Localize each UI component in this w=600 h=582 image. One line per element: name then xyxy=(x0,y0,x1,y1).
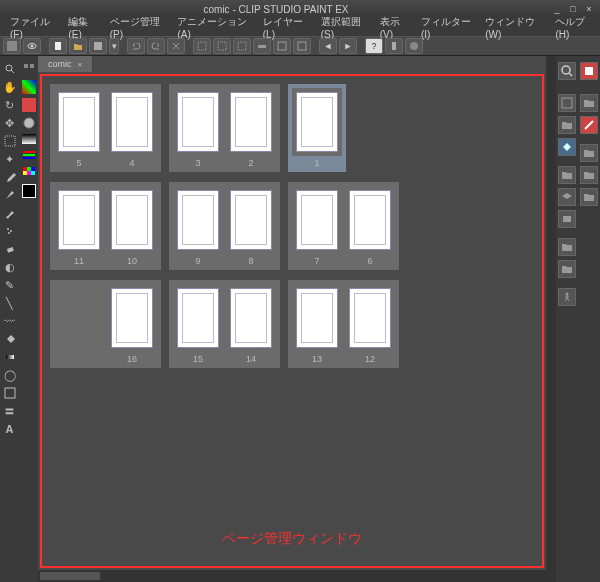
page-thumbnail[interactable]: 12 xyxy=(345,284,395,364)
fill-icon[interactable] xyxy=(2,331,18,347)
page-spread[interactable]: 1312 xyxy=(288,280,399,368)
page-spread[interactable]: 54 xyxy=(50,84,161,172)
color-palette-icon[interactable] xyxy=(22,80,36,94)
page-thumbnail[interactable]: 7 xyxy=(292,186,342,266)
page-thumbnail[interactable]: 2 xyxy=(226,88,276,168)
open-folder-icon[interactable] xyxy=(69,38,87,54)
invert-select-icon[interactable] xyxy=(213,38,231,54)
folder-icon[interactable] xyxy=(558,116,576,134)
folder4-icon[interactable] xyxy=(558,260,576,278)
snap-grid-icon[interactable] xyxy=(293,38,311,54)
quick-access-icon[interactable] xyxy=(21,61,37,77)
page-spread[interactable]: 98 xyxy=(169,182,280,270)
curve-icon[interactable]: 〰 xyxy=(2,313,18,329)
svg-rect-40 xyxy=(585,67,593,75)
undo-icon[interactable] xyxy=(127,38,145,54)
horizontal-scrollbar[interactable] xyxy=(38,570,546,582)
blend-icon[interactable]: ◐ xyxy=(2,259,18,275)
page-thumbnail[interactable]: 1 xyxy=(292,88,342,168)
menu-window[interactable]: ウィンドウ(W) xyxy=(479,13,549,42)
snap-special-icon[interactable] xyxy=(273,38,291,54)
folder-r2-icon[interactable] xyxy=(580,144,598,162)
dropdown-icon[interactable]: ▾ xyxy=(109,38,119,54)
new-file-icon[interactable] xyxy=(49,38,67,54)
color-red-icon[interactable] xyxy=(22,98,36,112)
page-thumbnail[interactable]: 15 xyxy=(173,284,223,364)
zoom-icon[interactable] xyxy=(2,61,18,77)
ruler-icon[interactable]: 〓 xyxy=(2,403,18,419)
page-thumbnail[interactable]: 5 xyxy=(54,88,104,168)
layer-icon[interactable] xyxy=(558,188,576,206)
text-icon[interactable]: A xyxy=(2,421,18,437)
folder-r3-icon[interactable] xyxy=(580,166,598,184)
page-thumbnail[interactable]: 11 xyxy=(54,186,104,266)
fg-bg-color-icon[interactable] xyxy=(22,184,36,198)
history-icon[interactable] xyxy=(580,116,598,134)
gradient-icon[interactable] xyxy=(2,349,18,365)
page-thumbnail[interactable]: 8 xyxy=(226,186,276,266)
folder-r4-icon[interactable] xyxy=(580,188,598,206)
clip-studio-icon[interactable] xyxy=(3,38,21,54)
wand-icon[interactable]: ✦ xyxy=(2,151,18,167)
page-spread[interactable]: 1110 xyxy=(50,182,161,270)
animation-cels-icon[interactable] xyxy=(558,210,576,228)
page-spread[interactable]: 32 xyxy=(169,84,280,172)
show-border-icon[interactable] xyxy=(233,38,251,54)
page-thumbnail[interactable]: 14 xyxy=(226,284,276,364)
document-tab[interactable]: comic × xyxy=(38,56,93,72)
correct-icon[interactable]: ✎ xyxy=(2,277,18,293)
rotate-icon[interactable]: ↻ xyxy=(2,97,18,113)
folder-r1-icon[interactable] xyxy=(580,94,598,112)
page-spread[interactable]: 76 xyxy=(288,182,399,270)
page-thumbnail[interactable]: 4 xyxy=(107,88,157,168)
menu-filter[interactable]: フィルター(I) xyxy=(415,13,479,42)
folder3-icon[interactable] xyxy=(558,238,576,256)
move-icon[interactable]: ✥ xyxy=(2,115,18,131)
frame-icon[interactable] xyxy=(2,385,18,401)
delete-icon[interactable] xyxy=(167,38,185,54)
subview-icon[interactable] xyxy=(558,94,576,112)
page-thumbnail[interactable] xyxy=(54,284,104,364)
airbrush-icon[interactable] xyxy=(2,223,18,239)
line-icon[interactable]: ╲ xyxy=(2,295,18,311)
3d-figure-icon[interactable] xyxy=(558,288,576,306)
balloon-icon[interactable]: ◯ xyxy=(2,367,18,383)
menu-help[interactable]: ヘルプ(H) xyxy=(549,13,600,42)
page-thumbnail[interactable]: 13 xyxy=(292,284,342,364)
page-spread[interactable]: 1 xyxy=(288,84,346,172)
redo-icon[interactable] xyxy=(147,38,165,54)
eraser-icon[interactable] xyxy=(2,241,18,257)
page-thumbnail[interactable]: 9 xyxy=(173,186,223,266)
pen-icon[interactable] xyxy=(2,187,18,203)
next-page-icon[interactable]: ► xyxy=(339,38,357,54)
smartphone-icon[interactable] xyxy=(385,38,403,54)
tab-close-icon[interactable]: × xyxy=(78,60,83,69)
brush-icon[interactable] xyxy=(2,205,18,221)
eye-icon[interactable] xyxy=(23,38,41,54)
svg-rect-3 xyxy=(55,42,61,50)
save-icon[interactable] xyxy=(89,38,107,54)
select-icon[interactable] xyxy=(2,133,18,149)
deselect-icon[interactable] xyxy=(193,38,211,54)
page-spread[interactable]: 16 xyxy=(50,280,161,368)
prev-page-icon[interactable]: ◄ xyxy=(319,38,337,54)
folder2-icon[interactable] xyxy=(558,166,576,184)
color-set-icon[interactable] xyxy=(21,165,37,181)
gradient-bar-icon[interactable] xyxy=(22,134,36,144)
eyedropper-icon[interactable] xyxy=(2,169,18,185)
color-wheel-icon[interactable] xyxy=(21,115,37,131)
hand-icon[interactable]: ✋ xyxy=(2,79,18,95)
page-thumbnail[interactable]: 3 xyxy=(173,88,223,168)
clip-studio-assets-icon[interactable] xyxy=(405,38,423,54)
help-icon[interactable]: ? xyxy=(365,38,383,54)
page-thumbnail[interactable]: 16 xyxy=(107,284,157,364)
layer-palette-icon[interactable] xyxy=(580,62,598,80)
page-spread[interactable]: 1514 xyxy=(169,280,280,368)
vertical-scrollbar[interactable] xyxy=(546,56,556,582)
page-thumbnail[interactable]: 6 xyxy=(345,186,395,266)
material-icon[interactable] xyxy=(558,138,576,156)
color-slider-icon[interactable] xyxy=(21,147,37,163)
page-thumbnail[interactable]: 10 xyxy=(107,186,157,266)
snap-ruler-icon[interactable] xyxy=(253,38,271,54)
navigator-icon[interactable] xyxy=(558,62,576,80)
